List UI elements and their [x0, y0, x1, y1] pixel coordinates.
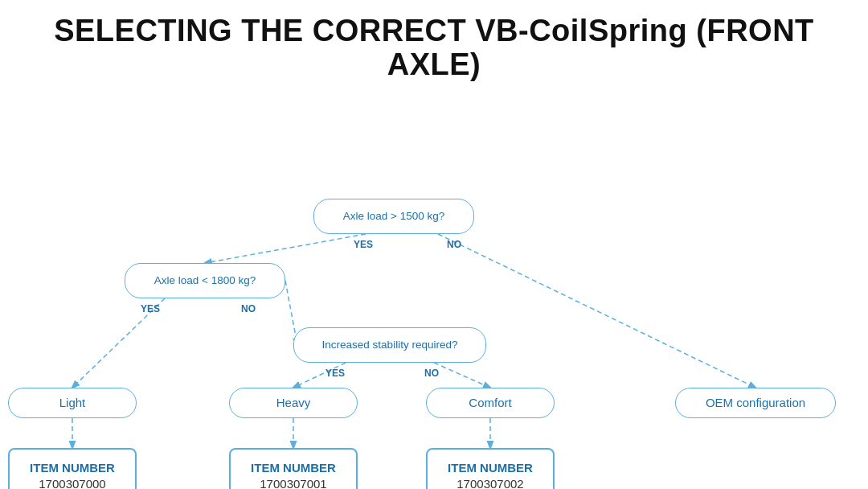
diagram: Axle load > 1500 kg? YES NO Axle load < … [0, 94, 868, 489]
item-number-2: 1700307001 [260, 476, 326, 489]
q1-no-label: NO [447, 239, 461, 250]
q3-no-label: NO [424, 368, 439, 379]
decision-node-3: Increased stability required? [293, 327, 486, 363]
item-box-1: ITEM NUMBER 1700307000 [8, 448, 137, 489]
q3-yes-label: YES [326, 368, 345, 379]
result-light: Light [8, 388, 137, 418]
svg-line-5 [434, 363, 490, 388]
item-label-1: ITEM NUMBER [30, 460, 115, 476]
page-title: SELECTING THE CORRECT VB-CoilSpring (FRO… [0, 0, 868, 90]
result-heavy: Heavy [229, 388, 358, 418]
item-number-3: 1700307002 [457, 476, 523, 489]
result-oem: OEM configuration [675, 388, 836, 418]
decision-node-1: Axle load > 1500 kg? [313, 199, 474, 234]
result-comfort: Comfort [426, 388, 555, 418]
svg-line-0 [205, 234, 366, 263]
svg-line-1 [438, 234, 755, 388]
q2-yes-label: YES [141, 303, 160, 314]
item-box-3: ITEM NUMBER 1700307002 [426, 448, 555, 489]
item-box-2: ITEM NUMBER 1700307001 [229, 448, 358, 489]
item-label-2: ITEM NUMBER [251, 460, 336, 476]
q1-yes-label: YES [354, 239, 373, 250]
item-label-3: ITEM NUMBER [448, 460, 533, 476]
item-number-1: 1700307000 [39, 476, 105, 489]
decision-node-2: Axle load < 1800 kg? [125, 263, 285, 298]
q2-no-label: NO [241, 303, 256, 314]
